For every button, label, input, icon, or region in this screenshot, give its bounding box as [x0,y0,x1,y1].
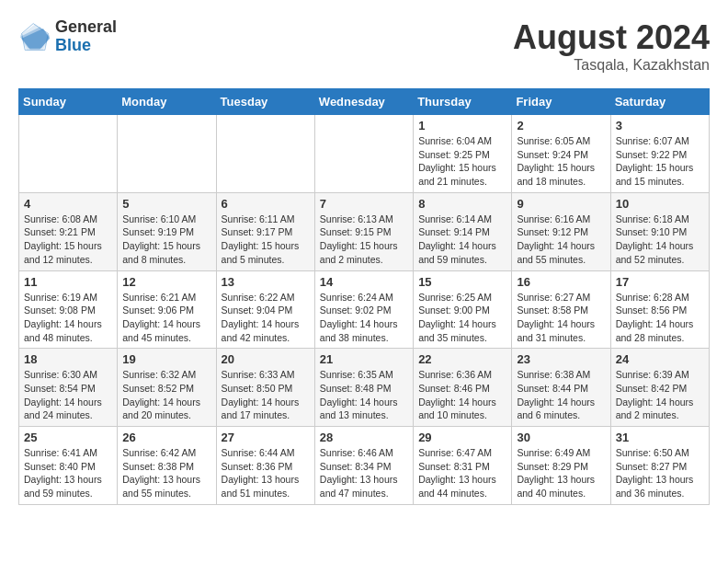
day-cell: 3Sunrise: 6:07 AM Sunset: 9:22 PM Daylig… [610,115,709,193]
day-number: 6 [222,197,310,211]
day-info: Sunrise: 6:39 AM Sunset: 8:42 PM Dayligh… [616,368,704,422]
day-number: 15 [418,275,506,289]
header-row: SundayMondayTuesdayWednesdayThursdayFrid… [19,89,710,115]
day-cell: 31Sunrise: 6:50 AM Sunset: 8:27 PM Dayli… [610,427,709,505]
day-number: 13 [222,275,310,289]
day-number: 10 [616,197,704,211]
day-cell: 7Sunrise: 6:13 AM Sunset: 9:15 PM Daylig… [314,192,413,270]
col-header-wednesday: Wednesday [314,89,413,115]
day-cell: 17Sunrise: 6:28 AM Sunset: 8:56 PM Dayli… [610,270,709,349]
day-cell [216,115,314,193]
day-cell: 15Sunrise: 6:25 AM Sunset: 9:00 PM Dayli… [414,270,512,349]
day-number: 7 [320,197,408,211]
week-row-1: 4Sunrise: 6:08 AM Sunset: 9:21 PM Daylig… [19,192,710,270]
day-info: Sunrise: 6:42 AM Sunset: 8:38 PM Dayligh… [122,446,210,500]
day-info: Sunrise: 6:49 AM Sunset: 8:29 PM Dayligh… [517,446,605,500]
day-cell: 19Sunrise: 6:32 AM Sunset: 8:52 PM Dayli… [118,349,216,427]
col-header-tuesday: Tuesday [216,89,314,115]
day-info: Sunrise: 6:30 AM Sunset: 8:54 PM Dayligh… [24,368,112,422]
day-number: 1 [418,119,506,132]
day-cell [314,115,413,193]
day-info: Sunrise: 6:36 AM Sunset: 8:46 PM Dayligh… [418,368,506,422]
day-number: 18 [24,352,112,366]
day-cell: 30Sunrise: 6:49 AM Sunset: 8:29 PM Dayli… [512,427,610,505]
day-cell: 21Sunrise: 6:35 AM Sunset: 8:48 PM Dayli… [314,349,413,427]
day-number: 17 [616,275,704,289]
day-number: 31 [616,431,704,444]
day-number: 20 [222,352,310,366]
day-cell: 20Sunrise: 6:33 AM Sunset: 8:50 PM Dayli… [216,349,314,427]
day-info: Sunrise: 6:07 AM Sunset: 9:22 PM Dayligh… [616,134,704,189]
week-row-4: 25Sunrise: 6:41 AM Sunset: 8:40 PM Dayli… [19,427,710,505]
day-info: Sunrise: 6:16 AM Sunset: 9:12 PM Dayligh… [517,213,605,267]
day-cell: 13Sunrise: 6:22 AM Sunset: 9:04 PM Dayli… [216,270,314,349]
month-year: August 2024 [513,18,710,57]
title-block: August 2024 Tasqala, Kazakhstan [513,18,710,74]
day-number: 4 [24,197,112,211]
week-row-3: 18Sunrise: 6:30 AM Sunset: 8:54 PM Dayli… [19,349,710,427]
day-info: Sunrise: 6:33 AM Sunset: 8:50 PM Dayligh… [222,368,310,422]
day-info: Sunrise: 6:27 AM Sunset: 8:58 PM Dayligh… [517,291,605,345]
col-header-friday: Friday [512,89,610,115]
week-row-2: 11Sunrise: 6:19 AM Sunset: 9:08 PM Dayli… [19,270,710,349]
day-cell: 18Sunrise: 6:30 AM Sunset: 8:54 PM Dayli… [19,349,118,427]
day-number: 28 [320,431,408,444]
day-info: Sunrise: 6:13 AM Sunset: 9:15 PM Dayligh… [320,213,408,267]
day-number: 9 [517,197,605,211]
day-number: 21 [320,352,408,366]
day-info: Sunrise: 6:05 AM Sunset: 9:24 PM Dayligh… [517,134,605,189]
day-cell: 10Sunrise: 6:18 AM Sunset: 9:10 PM Dayli… [610,192,709,270]
day-cell [19,115,118,193]
day-number: 29 [418,431,506,444]
day-number: 19 [122,352,210,366]
day-info: Sunrise: 6:28 AM Sunset: 8:56 PM Dayligh… [616,291,704,345]
day-number: 8 [418,197,506,211]
day-number: 11 [24,275,112,289]
day-number: 12 [122,275,210,289]
day-cell: 8Sunrise: 6:14 AM Sunset: 9:14 PM Daylig… [414,192,512,270]
day-info: Sunrise: 6:11 AM Sunset: 9:17 PM Dayligh… [222,213,310,267]
day-info: Sunrise: 6:41 AM Sunset: 8:40 PM Dayligh… [24,446,112,500]
day-cell: 27Sunrise: 6:44 AM Sunset: 8:36 PM Dayli… [216,427,314,505]
day-info: Sunrise: 6:24 AM Sunset: 9:02 PM Dayligh… [320,291,408,345]
day-number: 2 [517,119,605,132]
day-number: 23 [517,352,605,366]
day-cell: 11Sunrise: 6:19 AM Sunset: 9:08 PM Dayli… [19,270,118,349]
day-number: 24 [616,352,704,366]
col-header-monday: Monday [118,89,216,115]
day-cell: 2Sunrise: 6:05 AM Sunset: 9:24 PM Daylig… [512,115,610,193]
logo-blue: Blue [55,37,117,55]
day-cell: 24Sunrise: 6:39 AM Sunset: 8:42 PM Dayli… [610,349,709,427]
calendar-table: SundayMondayTuesdayWednesdayThursdayFrid… [18,88,710,505]
day-number: 3 [616,119,704,132]
day-cell: 14Sunrise: 6:24 AM Sunset: 9:02 PM Dayli… [314,270,413,349]
page-header: General Blue August 2024 Tasqala, Kazakh… [18,18,710,74]
day-cell: 6Sunrise: 6:11 AM Sunset: 9:17 PM Daylig… [216,192,314,270]
day-number: 22 [418,352,506,366]
day-cell: 16Sunrise: 6:27 AM Sunset: 8:58 PM Dayli… [512,270,610,349]
day-number: 16 [517,275,605,289]
day-cell: 22Sunrise: 6:36 AM Sunset: 8:46 PM Dayli… [414,349,512,427]
week-row-0: 1Sunrise: 6:04 AM Sunset: 9:25 PM Daylig… [19,115,710,193]
day-info: Sunrise: 6:10 AM Sunset: 9:19 PM Dayligh… [122,213,210,267]
day-cell [118,115,216,193]
day-number: 25 [24,431,112,444]
day-cell: 25Sunrise: 6:41 AM Sunset: 8:40 PM Dayli… [19,427,118,505]
col-header-saturday: Saturday [610,89,709,115]
day-cell: 5Sunrise: 6:10 AM Sunset: 9:19 PM Daylig… [118,192,216,270]
day-info: Sunrise: 6:35 AM Sunset: 8:48 PM Dayligh… [320,368,408,422]
day-info: Sunrise: 6:18 AM Sunset: 9:10 PM Dayligh… [616,213,704,267]
day-info: Sunrise: 6:22 AM Sunset: 9:04 PM Dayligh… [222,291,310,345]
day-info: Sunrise: 6:19 AM Sunset: 9:08 PM Dayligh… [24,291,112,345]
day-number: 27 [222,431,310,444]
logo: General Blue [18,18,117,55]
day-info: Sunrise: 6:14 AM Sunset: 9:14 PM Dayligh… [418,213,506,267]
day-cell: 12Sunrise: 6:21 AM Sunset: 9:06 PM Dayli… [118,270,216,349]
day-info: Sunrise: 6:25 AM Sunset: 9:00 PM Dayligh… [418,291,506,345]
day-info: Sunrise: 6:04 AM Sunset: 9:25 PM Dayligh… [418,134,506,189]
day-info: Sunrise: 6:32 AM Sunset: 8:52 PM Dayligh… [122,368,210,422]
day-cell: 4Sunrise: 6:08 AM Sunset: 9:21 PM Daylig… [19,192,118,270]
col-header-sunday: Sunday [19,89,118,115]
day-info: Sunrise: 6:21 AM Sunset: 9:06 PM Dayligh… [122,291,210,345]
day-cell: 1Sunrise: 6:04 AM Sunset: 9:25 PM Daylig… [414,115,512,193]
